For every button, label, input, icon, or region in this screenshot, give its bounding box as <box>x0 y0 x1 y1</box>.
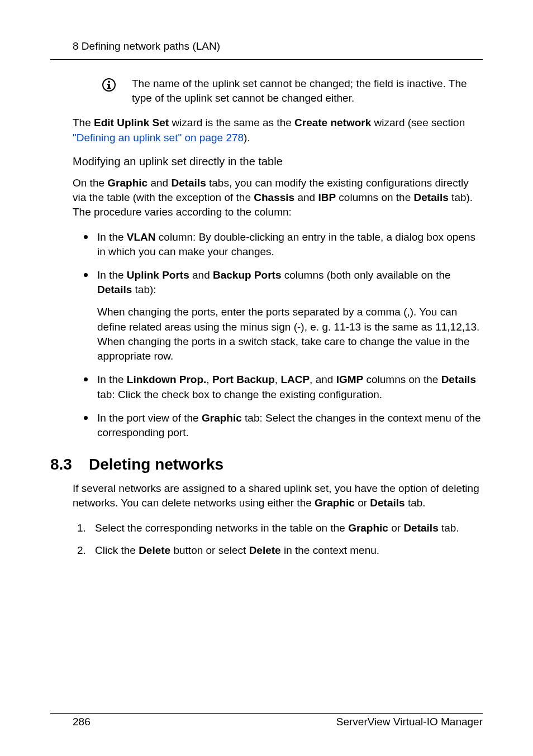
text: In the port view of the <box>97 412 202 424</box>
page-container: 8 Defining network paths (LAN) The name … <box>0 0 533 756</box>
svg-rect-3 <box>107 84 109 85</box>
paragraph-edit-uplink: The Edit Uplink Set wizard is the same a… <box>73 116 483 145</box>
text: tab): <box>132 284 156 295</box>
list-item: Click the Delete button or select Delete… <box>77 543 483 558</box>
note-text: The name of the uplink set cannot be cha… <box>132 76 483 106</box>
text: columns (both only available on the <box>281 269 450 281</box>
bold-text: VLAN <box>127 231 156 243</box>
bold-text: IBP <box>318 192 336 203</box>
product-name: ServerView Virtual-IO Manager <box>336 716 483 728</box>
bold-text: Backup Ports <box>213 269 281 281</box>
bold-text: IGMP <box>336 374 364 385</box>
paragraph-deleting: If several networks are assigned to a sh… <box>73 481 483 510</box>
text: In the <box>97 374 127 385</box>
running-header: 8 Defining network paths (LAN) <box>50 40 483 59</box>
text: , <box>206 374 212 385</box>
bold-text: Details <box>441 374 476 385</box>
svg-rect-4 <box>107 88 111 89</box>
text: The <box>73 117 94 128</box>
text: in the context menu. <box>281 544 379 556</box>
subheading-modifying: Modifying an uplink set directly in the … <box>73 155 483 168</box>
bold-text: Delete <box>249 544 281 556</box>
text: , and <box>310 374 336 385</box>
bold-text: Linkdown Prop. <box>127 374 207 385</box>
list-item: Select the corresponding networks in the… <box>77 521 483 535</box>
link-defining-uplink[interactable]: "Defining an uplink set" on page 278 <box>73 132 244 143</box>
list-item: In the Linkdown Prop., Port Backup, LACP… <box>84 372 483 401</box>
section-title: Deleting networks <box>89 456 223 473</box>
text: tab: Click the check box to change the e… <box>97 389 382 400</box>
bold-text: Graphic <box>315 497 355 509</box>
paragraph-graphic-details: On the Graphic and Details tabs, you can… <box>73 176 483 220</box>
bold-text: Graphic <box>107 177 147 189</box>
bold-text: Details <box>370 497 404 509</box>
footer-row: 286 ServerView Virtual-IO Manager <box>50 716 483 728</box>
bold-text: Edit Uplink Set <box>94 117 169 128</box>
text: and <box>147 177 171 189</box>
text: or <box>355 497 370 509</box>
text: In the <box>97 269 127 281</box>
note-block: The name of the uplink set cannot be cha… <box>102 76 483 106</box>
text: Click the <box>95 544 139 556</box>
list-item: In the VLAN column: By double-clicking a… <box>84 230 483 259</box>
content-area: The name of the uplink set cannot be cha… <box>50 76 483 713</box>
text: , <box>275 374 281 385</box>
text: wizard is the same as the <box>169 117 294 128</box>
text: columns on the <box>363 374 441 385</box>
text: On the <box>73 177 107 189</box>
bold-text: Uplink Ports <box>127 269 189 281</box>
list-item: In the port view of the Graphic tab: Sel… <box>84 411 483 440</box>
footer: 286 ServerView Virtual-IO Manager <box>50 713 483 728</box>
page-number: 286 <box>73 716 91 728</box>
text: and <box>294 192 318 203</box>
text: columns on the <box>336 192 413 203</box>
bold-text: Create network <box>294 117 371 128</box>
ordered-steps: Select the corresponding networks in the… <box>77 521 483 558</box>
section-number: 8.3 <box>50 456 72 473</box>
header-rule <box>50 59 483 60</box>
list-item-subtext: When changing the ports, enter the ports… <box>97 305 483 363</box>
text: button or select <box>170 544 249 556</box>
text: wizard (see section <box>371 117 465 128</box>
bold-text: Details <box>414 192 449 203</box>
text: and <box>189 269 213 281</box>
bullet-list: In the VLAN column: By double-clicking a… <box>84 230 483 441</box>
bold-text: Delete <box>139 544 170 556</box>
text: tab. <box>405 497 426 509</box>
bold-text: LACP <box>280 374 310 385</box>
info-icon <box>102 78 116 94</box>
bold-text: Details <box>171 177 206 189</box>
text: Select the corresponding networks in the… <box>95 522 348 534</box>
bold-text: Chassis <box>254 192 294 203</box>
bold-text: Port Backup <box>212 374 275 385</box>
bold-text: Details <box>403 522 438 534</box>
footer-rule <box>50 713 483 714</box>
bold-text: Details <box>97 284 132 295</box>
section-heading: 8.3 Deleting networks <box>50 456 483 473</box>
text: In the <box>97 231 127 243</box>
bold-text: Graphic <box>202 412 242 424</box>
bold-text: Graphic <box>348 522 388 534</box>
list-item: In the Uplink Ports and Backup Ports col… <box>84 268 483 363</box>
text: tab. <box>439 522 459 534</box>
svg-point-1 <box>108 81 110 83</box>
text: or <box>388 522 403 534</box>
text: ). <box>244 132 250 143</box>
